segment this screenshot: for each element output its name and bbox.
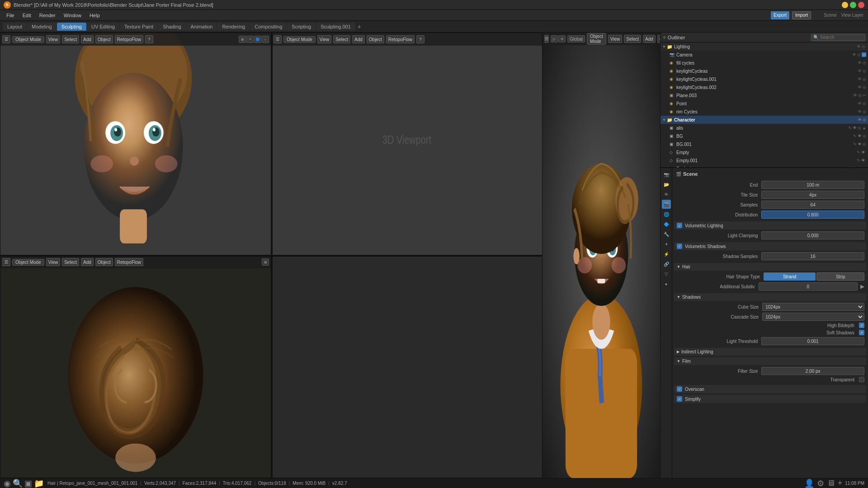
outliner-item-lighting[interactable]: ▼ 📁 Lighting 👁 ◎ (660, 42, 868, 51)
vp-tl-view-btn[interactable]: View (46, 35, 61, 43)
tab-uv-editing[interactable]: UV Editing (87, 23, 119, 31)
large-vp-select-mode[interactable]: ▷ (551, 35, 558, 42)
prop-end-input[interactable] (761, 181, 864, 189)
volumetric-lighting-header[interactable]: ✓ Volumetric Lighting (674, 221, 866, 230)
vp-bl-select-btn[interactable]: Select (62, 258, 79, 266)
props-tab-modifier[interactable]: 🔧 (662, 230, 671, 239)
props-tab-material[interactable]: ● (662, 279, 671, 288)
menu-render[interactable]: Render (36, 12, 59, 19)
outliner-item-keylight-001[interactable]: ◉ keylightCycleas.001 👁 ◎ (660, 75, 868, 83)
menu-window[interactable]: Window (60, 12, 85, 19)
viewport-top-left[interactable]: ☰ Object Mode View Select Add Object Ret… (0, 33, 271, 255)
outliner-item-point[interactable]: ◉ Point 👁 ◎ (660, 99, 868, 108)
vp-tr-select-btn[interactable]: Select (333, 35, 350, 43)
large-vp-menu[interactable]: ☰ (544, 35, 549, 43)
overscan-toggle[interactable]: ✓ (677, 386, 682, 392)
outliner-item-camera[interactable]: 📷 Camera 👁 ◎ □ (660, 51, 868, 59)
large-vp-mode[interactable]: Object Mode (587, 33, 606, 45)
tab-sculpting-001[interactable]: Sculpting.001 (316, 23, 355, 31)
vp-bl-object-btn[interactable]: Object (95, 258, 113, 266)
vp-bl-add-btn[interactable]: Add (81, 258, 94, 266)
large-vp-select[interactable]: Select (624, 35, 641, 43)
outliner-item-plane003[interactable]: ▣ Plane.003 👁 ◎ ✂ (660, 91, 868, 99)
vp-snap-btn[interactable]: 🔵 (254, 36, 261, 43)
large-vp-add[interactable]: Add (643, 35, 656, 43)
large-vp-transform-orientation[interactable]: Global (567, 35, 585, 42)
volumetric-shadows-toggle[interactable]: ✓ (677, 244, 682, 249)
prop-samples-input[interactable] (761, 201, 864, 209)
outliner-item-alis[interactable]: ▣ alis ✎ 👁 ◎ ▲ (660, 124, 868, 132)
outliner-item-bg001[interactable]: ▣ BG.001 ✎ 👁 ◎ (660, 140, 868, 148)
add-workspace-btn[interactable]: + (358, 23, 361, 30)
status-blender-icon[interactable]: ◉ (4, 479, 11, 488)
outliner-item-empty[interactable]: ◇ Empty ✎ 👁 (660, 148, 868, 156)
hair-strip-btn[interactable]: Strip (816, 272, 864, 281)
shadows-header[interactable]: ▼ Shadows (674, 293, 866, 301)
prop-cubesize-select[interactable]: 1024px 512px 256px (762, 303, 864, 311)
hair-header[interactable]: ▼ Hair (674, 263, 866, 271)
large-viewport[interactable]: ☰ ▷ ✛ Global Object Mode View Select Add… (542, 33, 660, 478)
status-window-icon[interactable]: ▣ (24, 479, 32, 488)
overscan-header[interactable]: ✓ Overscan (674, 385, 866, 393)
vp-tl-help-btn[interactable]: ? (145, 35, 153, 43)
vp-bl-menu-btn[interactable]: ☰ (2, 258, 10, 266)
vp-tr-object-btn[interactable]: Object (367, 35, 384, 43)
prop-highbitdepth-check[interactable]: ✓ (859, 323, 864, 328)
props-tab-scene[interactable]: 🎬 (662, 200, 671, 209)
tab-shading[interactable]: Shading (158, 23, 185, 31)
outliner-item-fill-cycles[interactable]: ◉ fill cycles 👁 ◎ (660, 59, 868, 67)
window-controls[interactable] (842, 2, 864, 8)
simplify-header[interactable]: ✓ Simplify (674, 395, 866, 403)
outliner-item-keylight-002[interactable]: ◉ keylightCycleas.002 👁 ◎ (660, 83, 868, 91)
import-button[interactable]: Import (792, 11, 811, 19)
viewport-top-right-grid[interactable]: 3D Viewport ☰ Object Mode View Select Ad… (271, 33, 542, 255)
prop-lightclamping-input[interactable] (761, 231, 864, 239)
vp-tl-menu-btn[interactable]: ☰ (2, 35, 10, 43)
tab-layout[interactable]: Layout (3, 23, 27, 31)
large-vp-object[interactable]: Object (657, 35, 660, 43)
outliner-item-empty001[interactable]: ◇ Empty.001 ✎ 👁 (660, 156, 868, 164)
props-tab-world[interactable]: 🌐 (662, 210, 671, 219)
vp-tr-view-btn[interactable]: View (317, 35, 332, 43)
vp-tr-retopoflow[interactable]: RetopoFlow (386, 35, 415, 43)
export-button[interactable]: Export (771, 11, 789, 19)
status-settings-icon[interactable]: ⚙ (817, 479, 824, 488)
vp-tl-retopoflow[interactable]: RetopoFlow (115, 35, 143, 43)
prop-shadowsamples-input[interactable] (761, 252, 864, 260)
tab-modeling[interactable]: Modeling (27, 23, 57, 31)
vp-gizmo-btn[interactable]: ⌖ (246, 36, 254, 43)
props-tab-particles[interactable]: ✦ (662, 239, 671, 249)
vp-tr-help-btn[interactable]: ? (416, 35, 425, 43)
tab-texture-paint[interactable]: Texture Paint (120, 23, 158, 31)
vp-overlay-btn[interactable]: ⊞ (239, 36, 246, 43)
outliner-search[interactable] (811, 34, 865, 41)
tab-compositing[interactable]: Compositing (250, 23, 287, 31)
minimize-button[interactable] (842, 2, 848, 8)
menu-edit[interactable]: Edit (19, 12, 35, 19)
vp-tl-select-btn[interactable]: Select (62, 35, 79, 43)
props-tab-view-layer[interactable]: 👁 (662, 190, 671, 199)
status-user-icon[interactable]: 👤 (804, 479, 814, 488)
volumetric-lighting-toggle[interactable]: ✓ (677, 223, 682, 228)
vp-bl-view-btn[interactable]: View (46, 258, 61, 266)
status-plus-icon[interactable]: + (838, 479, 843, 488)
menu-help[interactable]: Help (86, 12, 104, 19)
viewport-divider-horizontal[interactable] (0, 255, 542, 257)
tab-animation[interactable]: Animation (186, 23, 217, 31)
props-tab-constraints[interactable]: 🔗 (662, 259, 671, 268)
status-folder-icon[interactable]: 📁 (34, 479, 44, 488)
outliner-item-bg[interactable]: ▣ BG ✎ 👁 ◎ (660, 132, 868, 140)
volumetric-shadows-header[interactable]: ✓ Volumetric Shadows (674, 242, 866, 250)
outliner-item-keylight[interactable]: ◉ keylightCycleas 👁 ◎ (660, 67, 868, 75)
large-vp-view[interactable]: View (608, 35, 623, 43)
vp-tr-add-btn[interactable]: Add (352, 35, 365, 43)
prop-transparent-check[interactable] (859, 377, 864, 382)
vp-tr-menu-btn[interactable]: ☰ (274, 35, 282, 43)
vp-tl-object-btn[interactable]: Object (95, 35, 113, 43)
close-button[interactable] (858, 2, 864, 8)
prop-distribution-input[interactable] (761, 211, 864, 219)
props-tab-object[interactable]: 🔷 (662, 220, 671, 229)
props-tab-output[interactable]: 📂 (662, 180, 671, 189)
vp-bl-retopoflow[interactable]: RetopoFlow (115, 258, 143, 266)
vp-tl-add-btn[interactable]: Add (81, 35, 94, 43)
